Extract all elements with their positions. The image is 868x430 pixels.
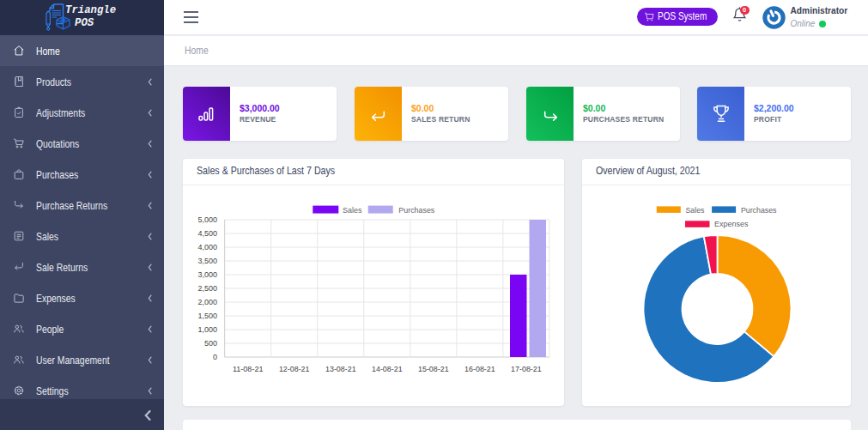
svg-text:Sales: Sales [686, 205, 705, 215]
svg-text:2,000: 2,000 [197, 298, 217, 306]
svg-text:5,000: 5,000 [197, 215, 217, 224]
svg-text:Expenses: Expenses [714, 219, 749, 228]
svg-text:Sales: Sales [343, 205, 362, 215]
svg-text:17-08-21: 17-08-21 [511, 365, 542, 373]
svg-text:1,500: 1,500 [197, 312, 217, 320]
svg-text:13-08-21: 13-08-21 [325, 365, 356, 373]
svg-text:3,000: 3,000 [197, 270, 217, 279]
svg-text:4,000: 4,000 [197, 243, 217, 251]
svg-text:11-08-21: 11-08-21 [233, 365, 264, 373]
svg-text:Purchases: Purchases [741, 205, 777, 215]
svg-text:1,000: 1,000 [197, 325, 217, 334]
svg-text:14-08-21: 14-08-21 [372, 365, 403, 373]
svg-text:12-08-21: 12-08-21 [279, 365, 310, 373]
svg-text:16-08-21: 16-08-21 [464, 365, 495, 373]
svg-text:2,500: 2,500 [197, 284, 217, 293]
svg-text:0: 0 [213, 353, 217, 361]
svg-text:4,500: 4,500 [197, 229, 217, 238]
svg-text:500: 500 [204, 339, 217, 348]
svg-text:Purchases: Purchases [398, 205, 434, 215]
svg-text:3,500: 3,500 [197, 257, 217, 265]
svg-text:15-08-21: 15-08-21 [418, 365, 449, 373]
